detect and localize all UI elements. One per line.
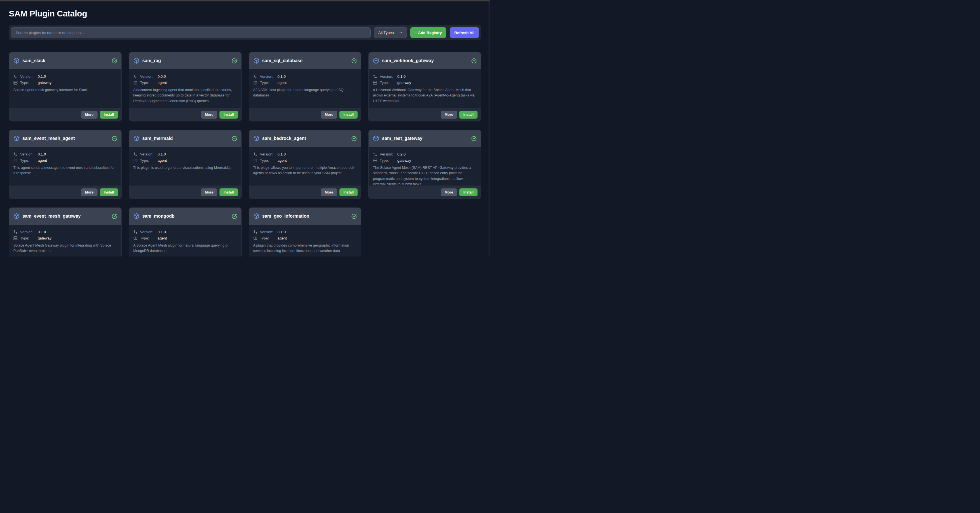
plugin-description: Solace Agent Mesh Gateway plugin for int… [13, 243, 117, 254]
plugin-card-body: Version: 0.1.0 Type: agent This agent se… [9, 147, 121, 186]
cpu-icon [133, 81, 138, 85]
type-row: Type: gateway [13, 81, 117, 85]
type-filter-select[interactable]: All Types [374, 27, 407, 38]
plugin-card-body: Version: 0.1.0 Type: agent A2A ADK Host … [249, 69, 361, 108]
plugin-description: Solace-agent-mesh gateway interface for … [13, 88, 117, 93]
check-circle-icon [232, 213, 237, 219]
type-label: Type: [140, 236, 158, 241]
version-value: 0.1.0 [397, 74, 406, 79]
type-row: Type: agent [253, 236, 357, 241]
version-branch-icon [133, 74, 138, 79]
type-value: agent [278, 81, 287, 85]
plugin-description: This plugin allows you to import one or … [253, 165, 357, 176]
more-button[interactable]: More [441, 188, 457, 196]
plugin-card-footer: More Install [369, 186, 481, 199]
chevron-down-icon [399, 31, 402, 35]
install-button[interactable]: Install [220, 111, 238, 119]
type-label: Type: [380, 158, 397, 163]
plugin-grid: sam_slack Version: 0.1.0 Type: [9, 52, 481, 256]
plugin-card-header: sam_event_mesh_gateway [9, 208, 121, 225]
type-value: gateway [397, 158, 411, 163]
version-branch-icon [133, 152, 138, 156]
type-filter-value: All Types [378, 31, 394, 35]
plugin-name: sam_event_mesh_agent [22, 136, 75, 141]
version-branch-icon [133, 230, 138, 234]
plugin-card-header: sam_slack [9, 52, 121, 69]
plugin-card-body: Version: 0.1.0 Type: gateway Solace Agen… [9, 225, 121, 256]
plugin-name: sam_rag [142, 58, 161, 63]
cpu-icon [133, 158, 138, 163]
install-button[interactable]: Install [460, 188, 477, 196]
version-value: 0.2.0 [397, 152, 406, 156]
version-row: Version: 0.1.0 [13, 152, 117, 156]
plugin-card-footer: More Install [9, 108, 121, 121]
more-button[interactable]: More [321, 188, 337, 196]
version-value: 0.1.0 [158, 152, 166, 156]
plugin-card-footer: More Install [369, 108, 481, 121]
refresh-all-button[interactable]: Refresh All [450, 27, 479, 38]
version-value: 0.1.0 [38, 230, 46, 234]
plugin-card-header: sam_webhook_gateway [369, 52, 481, 69]
box-cube-icon [373, 57, 379, 64]
type-row: Type: agent [133, 236, 237, 241]
plugin-card-body: Version: 0.1.0 Type: gateway Solace-agen… [9, 69, 121, 108]
plugin-card-footer: More Install [249, 186, 361, 199]
more-button[interactable]: More [201, 188, 218, 196]
plugin-card-header: sam_mermaid [129, 130, 241, 147]
version-row: Version: 0.2.0 [373, 152, 477, 156]
version-label: Version: [140, 74, 158, 79]
type-row: Type: agent [253, 158, 357, 163]
cpu-icon [253, 158, 258, 163]
plugin-card-header: sam_sql_database [249, 52, 361, 69]
cpu-icon [13, 158, 18, 163]
version-branch-icon [253, 152, 258, 156]
box-cube-icon [253, 135, 259, 142]
plugin-card-header: sam_mongodb [129, 208, 241, 225]
more-button[interactable]: More [441, 111, 457, 119]
plugin-card-body: Version: 0.1.0 Type: agent This plugin i… [129, 147, 241, 186]
version-label: Version: [20, 74, 38, 79]
version-branch-icon [13, 230, 18, 234]
plugin-name: sam_event_mesh_gateway [22, 213, 81, 219]
plugin-card-header: sam_geo_information [249, 208, 361, 225]
version-row: Version: 0.1.0 [253, 152, 357, 156]
box-cube-icon [373, 135, 379, 142]
plugin-card-footer: More Install [9, 186, 121, 199]
catalog-toolbar: All Types + Add Registry Refresh All [9, 25, 481, 40]
box-cube-icon [13, 57, 19, 64]
more-button[interactable]: More [81, 111, 97, 119]
box-cube-icon [253, 57, 259, 64]
plugin-name: sam_mongodb [142, 213, 175, 219]
version-value: 0.0.0 [158, 74, 166, 79]
check-circle-icon [352, 58, 357, 64]
install-button[interactable]: Install [460, 111, 477, 119]
type-row: Type: agent [133, 158, 237, 163]
install-button[interactable]: Install [100, 188, 118, 196]
install-button[interactable]: Install [339, 111, 358, 119]
more-button[interactable]: More [321, 111, 337, 119]
version-row: Version: 0.0.0 [133, 74, 237, 79]
version-value: 0.1.0 [278, 230, 286, 234]
more-button[interactable]: More [81, 188, 97, 196]
server-icon [373, 158, 377, 163]
type-label: Type: [20, 236, 38, 241]
plugin-card: sam_rest_gateway Version: 0.2.0 Typ [368, 130, 481, 199]
plugin-card: sam_mongodb Version: 0.1.0 Type: [129, 207, 242, 256]
vertical-scrollbar[interactable] [488, 2, 490, 256]
install-button[interactable]: Install [339, 188, 358, 196]
plugin-card-body: Version: 0.0.0 Type: agent A document-in… [129, 69, 241, 108]
install-button[interactable]: Install [220, 188, 238, 196]
install-button[interactable]: Install [100, 111, 118, 119]
plugin-card-header: sam_event_mesh_agent [9, 130, 121, 147]
check-circle-icon [232, 136, 237, 141]
type-value: gateway [38, 236, 51, 241]
server-icon [13, 81, 18, 85]
plugin-card: sam_rag Version: 0.0.0 Type: [129, 52, 242, 121]
plugin-card-header: sam_rag [129, 52, 241, 69]
search-input[interactable] [11, 27, 371, 38]
type-value: gateway [397, 81, 411, 85]
version-value: 0.1.0 [278, 74, 286, 79]
add-registry-button[interactable]: + Add Registry [410, 27, 446, 38]
plugin-name: sam_slack [22, 58, 45, 63]
more-button[interactable]: More [201, 111, 218, 119]
